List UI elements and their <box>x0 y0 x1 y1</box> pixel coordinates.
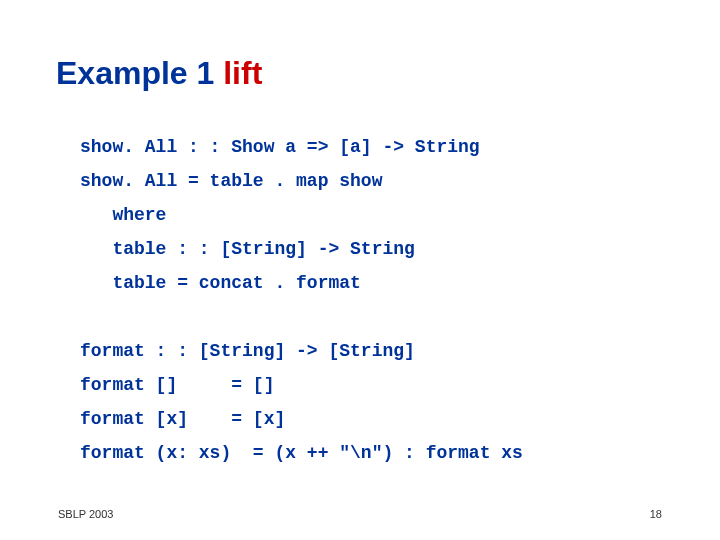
code-line: format : : [String] -> [String] <box>80 341 415 361</box>
code-line: where <box>80 205 166 225</box>
code-line: table : : [String] -> String <box>80 239 415 259</box>
code-line: format (x: xs) = (x ++ "\n") : format xs <box>80 443 523 463</box>
code-line: format [x] = [x] <box>80 409 285 429</box>
code-line: table = concat . format <box>80 273 361 293</box>
slide-title: Example 1 lift <box>56 56 262 91</box>
slide: Example 1 lift show. All : : Show a => [… <box>0 0 720 540</box>
code-line: show. All = table . map show <box>80 171 382 191</box>
code-line: show. All : : Show a => [a] -> String <box>80 137 480 157</box>
title-prefix: Example 1 <box>56 55 223 91</box>
footer-page-number: 18 <box>650 508 662 520</box>
code-block: show. All : : Show a => [a] -> String sh… <box>80 130 660 470</box>
title-highlight: lift <box>223 55 262 91</box>
footer-venue: SBLP 2003 <box>58 508 113 520</box>
code-line: format [] = [] <box>80 375 274 395</box>
